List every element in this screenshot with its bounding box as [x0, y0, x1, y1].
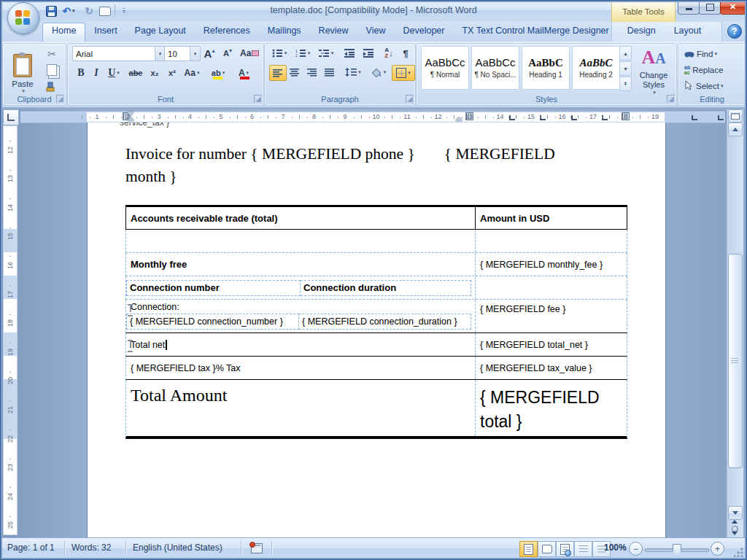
- minimize-button[interactable]: [678, 0, 700, 15]
- table-cell[interactable]: Connection: { MERGEFIELD connection_numb…: [126, 300, 475, 332]
- align-left-button[interactable]: [269, 65, 287, 81]
- select-button[interactable]: Select▾: [684, 79, 723, 93]
- font-size-select[interactable]: 10 ▾: [164, 46, 201, 61]
- font-family-select[interactable]: Arial ▾: [72, 46, 166, 61]
- tab-stop-icon[interactable]: [571, 115, 577, 120]
- previous-page-button[interactable]: [728, 520, 741, 526]
- scroll-up-button[interactable]: [728, 122, 743, 136]
- table-cell[interactable]: [475, 230, 627, 252]
- tab-developer[interactable]: Developer: [394, 23, 453, 42]
- line-spacing-button[interactable]: ▾: [342, 65, 364, 79]
- replace-button[interactable]: abac Replace: [684, 63, 723, 77]
- customize-qat-button[interactable]: ▿̄: [117, 4, 131, 18]
- bullets-button[interactable]: ▾: [269, 46, 290, 61]
- shrink-font-button[interactable]: A▾: [220, 46, 236, 61]
- tab-mailings[interactable]: Mailings: [259, 23, 310, 42]
- justify-button[interactable]: [322, 65, 338, 79]
- table-cell[interactable]: { MERGEFIELD monthly_fee }: [475, 253, 627, 276]
- show-hide-marks-button[interactable]: ¶: [399, 46, 412, 61]
- office-button[interactable]: [7, 2, 39, 34]
- highlight-button[interactable]: ab ▾: [206, 66, 230, 80]
- dialog-launcher-icon[interactable]: [56, 95, 64, 103]
- zoom-in-button[interactable]: +: [711, 542, 724, 556]
- document-page[interactable]: service_tax } Invoice for number { MERGE…: [88, 122, 665, 537]
- multilevel-list-button[interactable]: ▾: [316, 46, 336, 61]
- resize-grip[interactable]: [734, 547, 744, 557]
- tab-stop-icon[interactable]: [540, 115, 546, 120]
- tab-stop-icon[interactable]: [692, 115, 697, 120]
- nested-cell[interactable]: Connection number: [126, 280, 301, 296]
- tab-stop-icon[interactable]: [718, 115, 724, 120]
- dialog-launcher-icon[interactable]: [254, 95, 262, 103]
- ruler-toggle-button[interactable]: [728, 109, 743, 122]
- undo-button[interactable]: ↶▾: [61, 4, 76, 18]
- subscript-button[interactable]: x₂: [147, 66, 163, 80]
- style-heading-2[interactable]: AaBbCHeading 2: [572, 46, 620, 90]
- cut-button[interactable]: ✂: [44, 47, 60, 61]
- font-color-button[interactable]: A ▾: [233, 66, 255, 80]
- decrease-indent-button[interactable]: [341, 46, 358, 61]
- style--normal[interactable]: AaBbCc¶ Normal: [421, 46, 469, 90]
- table-cell[interactable]: { MERGEFIELDtotal }: [475, 380, 627, 436]
- tab-review[interactable]: Review: [310, 23, 357, 42]
- macro-record-button[interactable]: [248, 541, 266, 556]
- bold-button[interactable]: B: [74, 66, 88, 80]
- maximize-button[interactable]: [699, 0, 721, 15]
- close-button[interactable]: ✕: [720, 0, 746, 15]
- tab-stop-icon[interactable]: [602, 115, 608, 120]
- style-heading-1[interactable]: AaBbCHeading 1: [522, 46, 570, 90]
- styles-scroll-up-button[interactable]: ▲: [619, 46, 632, 61]
- align-right-button[interactable]: [304, 65, 320, 79]
- numbering-button[interactable]: 12▾: [293, 46, 313, 61]
- scrollbar-thumb[interactable]: [728, 254, 743, 468]
- vertical-ruler[interactable]: 11121314151617181920212223242526: [3, 125, 18, 535]
- table-cell[interactable]: Monthly free: [126, 253, 475, 276]
- tab-layout[interactable]: Layout: [665, 23, 711, 42]
- table-cell[interactable]: { MERGEFIELD tax_value }: [475, 357, 627, 379]
- tab-stop-selector[interactable]: [3, 109, 19, 125]
- tab-references[interactable]: References: [195, 23, 259, 42]
- paste-button[interactable]: Paste ▾: [6, 45, 39, 99]
- find-button[interactable]: Find▾: [684, 47, 717, 61]
- strikethrough-button[interactable]: abe: [126, 66, 145, 80]
- table-cell[interactable]: Amount in USD: [475, 207, 627, 229]
- table-cell[interactable]: [475, 276, 627, 299]
- redo-button[interactable]: ↻: [82, 4, 96, 18]
- horizontal-ruler[interactable]: 12345678910111213141516171819: [20, 109, 725, 124]
- full-screen-reading-view-button[interactable]: [538, 541, 556, 557]
- save-button[interactable]: [44, 4, 58, 18]
- table-cell[interactable]: [126, 230, 475, 252]
- tab-view[interactable]: View: [357, 23, 395, 42]
- tab-page-layout[interactable]: Page Layout: [126, 23, 195, 42]
- word-count[interactable]: Words: 32: [71, 542, 111, 553]
- clear-formatting-button[interactable]: Aa: [240, 46, 259, 61]
- tab-home[interactable]: Home: [42, 23, 85, 42]
- styles-more-button[interactable]: ⇟: [619, 77, 632, 91]
- table-cell[interactable]: { MERGEFIELD tax }% Tax: [126, 357, 475, 379]
- tab-tx-text-control-mailmerge-designer[interactable]: TX Text Control MailMerge Designer: [453, 23, 617, 42]
- sort-button[interactable]: AZ↓: [380, 46, 398, 61]
- web-layout-view-button[interactable]: [556, 541, 574, 557]
- help-button[interactable]: ?: [727, 24, 742, 39]
- italic-button[interactable]: I: [90, 66, 103, 80]
- styles-scroll-down-button[interactable]: ▼: [619, 61, 632, 76]
- dialog-launcher-icon[interactable]: [406, 95, 414, 103]
- tab-insert[interactable]: Insert: [85, 23, 125, 42]
- zoom-out-button[interactable]: −: [629, 542, 643, 556]
- table-cell[interactable]: Accounts receivable trade (total): [126, 207, 475, 229]
- underline-button[interactable]: U▾: [104, 66, 123, 80]
- shading-button[interactable]: ▾: [368, 65, 389, 79]
- copy-button[interactable]: [47, 64, 57, 76]
- scroll-down-button[interactable]: [728, 506, 743, 520]
- format-painter-button[interactable]: [45, 80, 58, 93]
- dialog-launcher-icon[interactable]: [667, 95, 675, 103]
- nested-cell[interactable]: { MERGEFIELD connection_number }: [126, 314, 299, 330]
- nested-cell[interactable]: Connection duration: [301, 280, 471, 296]
- table-cell[interactable]: { MERGEFIELD total_net }: [475, 333, 627, 356]
- nested-cell[interactable]: { MERGEFIELD connection_duration }: [299, 314, 471, 330]
- table-cell[interactable]: Total Amount: [126, 380, 475, 436]
- print-layout-view-button[interactable]: [519, 541, 538, 557]
- change-styles-button[interactable]: AA Change Styles ▾: [634, 45, 673, 98]
- table-cell[interactable]: Total net: [126, 333, 475, 356]
- print-preview-button[interactable]: [98, 4, 112, 18]
